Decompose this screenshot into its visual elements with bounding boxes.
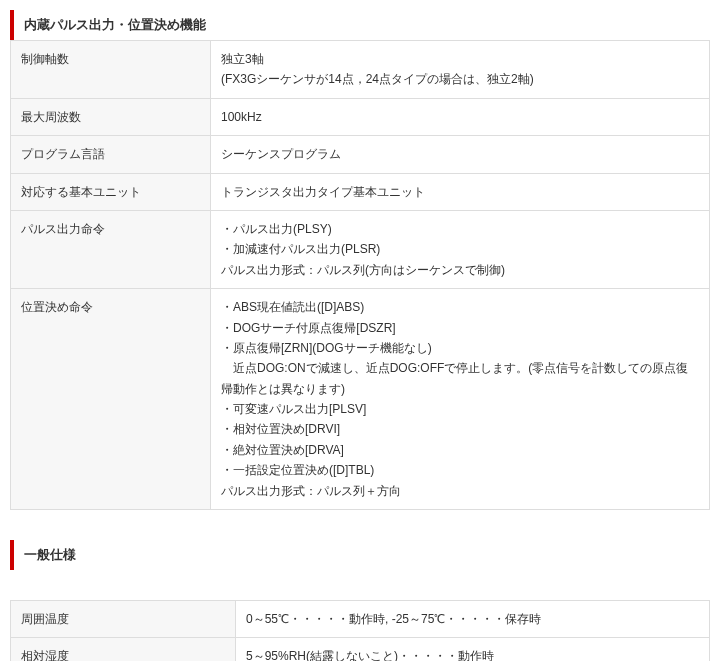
value-axes: 独立3軸 (FX3Gシーケンサが14点，24点タイプの場合は、独立2軸) [211,41,710,99]
table-row: 周囲温度 0～55℃・・・・・動作時, -25～75℃・・・・・保存時 [11,601,710,638]
table-pulse: 制御軸数 独立3軸 (FX3Gシーケンサが14点，24点タイプの場合は、独立2軸… [10,40,710,510]
label-pos-cmd: 位置決め命令 [11,289,211,510]
value-pulse-cmd: ・パルス出力(PLSY) ・加減速付パルス出力(PLSR) パルス出力形式：パル… [211,210,710,288]
label-axes: 制御軸数 [11,41,211,99]
table-row: 位置決め命令 ・ABS現在値読出([D]ABS) ・DOGサーチ付原点復帰[DS… [11,289,710,510]
section-title-general: 一般仕様 [10,540,710,570]
label-unit: 対応する基本ユニット [11,173,211,210]
label-pulse-cmd: パルス出力命令 [11,210,211,288]
label-humid: 相対湿度 [11,638,236,661]
table-row: 最大周波数 100kHz [11,98,710,135]
table-row: 対応する基本ユニット トランジスタ出力タイプ基本ユニット [11,173,710,210]
value-pos-cmd: ・ABS現在値読出([D]ABS) ・DOGサーチ付原点復帰[DSZR] ・原点… [211,289,710,510]
table-row: パルス出力命令 ・パルス出力(PLSY) ・加減速付パルス出力(PLSR) パル… [11,210,710,288]
label-lang: プログラム言語 [11,136,211,173]
value-unit: トランジスタ出力タイプ基本ユニット [211,173,710,210]
section-title-pulse: 内蔵パルス出力・位置決め機能 [10,10,710,40]
table-general: 周囲温度 0～55℃・・・・・動作時, -25～75℃・・・・・保存時 相対湿度… [10,600,710,661]
value-temp: 0～55℃・・・・・動作時, -25～75℃・・・・・保存時 [236,601,710,638]
table-row: プログラム言語 シーケンスプログラム [11,136,710,173]
label-freq: 最大周波数 [11,98,211,135]
table-row: 相対湿度 5～95%RH(結露しないこと)・・・・・動作時 [11,638,710,661]
table-row: 制御軸数 独立3軸 (FX3Gシーケンサが14点，24点タイプの場合は、独立2軸… [11,41,710,99]
value-humid: 5～95%RH(結露しないこと)・・・・・動作時 [236,638,710,661]
value-freq: 100kHz [211,98,710,135]
value-lang: シーケンスプログラム [211,136,710,173]
label-temp: 周囲温度 [11,601,236,638]
